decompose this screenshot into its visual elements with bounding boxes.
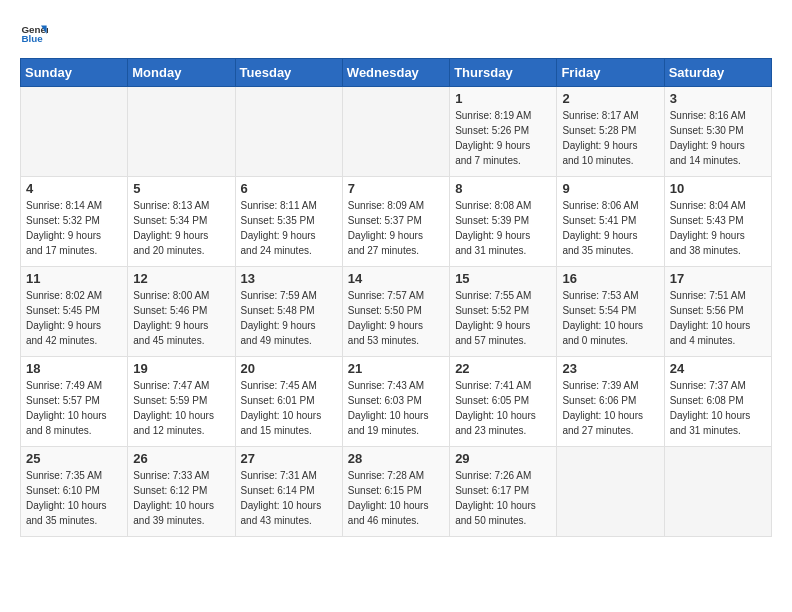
day-number: 7 xyxy=(348,181,444,196)
day-number: 17 xyxy=(670,271,766,286)
calendar-cell: 12Sunrise: 8:00 AM Sunset: 5:46 PM Dayli… xyxy=(128,267,235,357)
calendar-cell: 10Sunrise: 8:04 AM Sunset: 5:43 PM Dayli… xyxy=(664,177,771,267)
day-number: 29 xyxy=(455,451,551,466)
calendar-cell: 24Sunrise: 7:37 AM Sunset: 6:08 PM Dayli… xyxy=(664,357,771,447)
day-number: 26 xyxy=(133,451,229,466)
day-info: Sunrise: 7:55 AM Sunset: 5:52 PM Dayligh… xyxy=(455,288,551,348)
day-number: 24 xyxy=(670,361,766,376)
calendar-cell: 15Sunrise: 7:55 AM Sunset: 5:52 PM Dayli… xyxy=(450,267,557,357)
calendar-cell xyxy=(21,87,128,177)
week-row-5: 25Sunrise: 7:35 AM Sunset: 6:10 PM Dayli… xyxy=(21,447,772,537)
header-cell-wednesday: Wednesday xyxy=(342,59,449,87)
day-info: Sunrise: 7:39 AM Sunset: 6:06 PM Dayligh… xyxy=(562,378,658,438)
day-number: 23 xyxy=(562,361,658,376)
calendar-cell: 13Sunrise: 7:59 AM Sunset: 5:48 PM Dayli… xyxy=(235,267,342,357)
calendar-cell: 20Sunrise: 7:45 AM Sunset: 6:01 PM Dayli… xyxy=(235,357,342,447)
logo-icon: General Blue xyxy=(20,20,48,48)
day-number: 25 xyxy=(26,451,122,466)
calendar-cell: 21Sunrise: 7:43 AM Sunset: 6:03 PM Dayli… xyxy=(342,357,449,447)
day-info: Sunrise: 7:35 AM Sunset: 6:10 PM Dayligh… xyxy=(26,468,122,528)
header-cell-sunday: Sunday xyxy=(21,59,128,87)
header: General Blue xyxy=(20,20,772,48)
day-info: Sunrise: 7:33 AM Sunset: 6:12 PM Dayligh… xyxy=(133,468,229,528)
calendar-cell xyxy=(235,87,342,177)
day-info: Sunrise: 7:45 AM Sunset: 6:01 PM Dayligh… xyxy=(241,378,337,438)
calendar-cell: 19Sunrise: 7:47 AM Sunset: 5:59 PM Dayli… xyxy=(128,357,235,447)
calendar-cell: 8Sunrise: 8:08 AM Sunset: 5:39 PM Daylig… xyxy=(450,177,557,267)
day-info: Sunrise: 8:09 AM Sunset: 5:37 PM Dayligh… xyxy=(348,198,444,258)
calendar-cell: 26Sunrise: 7:33 AM Sunset: 6:12 PM Dayli… xyxy=(128,447,235,537)
calendar-cell: 2Sunrise: 8:17 AM Sunset: 5:28 PM Daylig… xyxy=(557,87,664,177)
day-info: Sunrise: 7:26 AM Sunset: 6:17 PM Dayligh… xyxy=(455,468,551,528)
calendar-cell: 17Sunrise: 7:51 AM Sunset: 5:56 PM Dayli… xyxy=(664,267,771,357)
calendar-cell: 16Sunrise: 7:53 AM Sunset: 5:54 PM Dayli… xyxy=(557,267,664,357)
calendar-cell xyxy=(128,87,235,177)
header-row: SundayMondayTuesdayWednesdayThursdayFrid… xyxy=(21,59,772,87)
calendar-body: 1Sunrise: 8:19 AM Sunset: 5:26 PM Daylig… xyxy=(21,87,772,537)
logo: General Blue xyxy=(20,20,52,48)
day-number: 20 xyxy=(241,361,337,376)
day-number: 21 xyxy=(348,361,444,376)
day-info: Sunrise: 8:17 AM Sunset: 5:28 PM Dayligh… xyxy=(562,108,658,168)
calendar-cell xyxy=(342,87,449,177)
day-info: Sunrise: 8:02 AM Sunset: 5:45 PM Dayligh… xyxy=(26,288,122,348)
day-number: 18 xyxy=(26,361,122,376)
calendar-table: SundayMondayTuesdayWednesdayThursdayFrid… xyxy=(20,58,772,537)
day-info: Sunrise: 8:04 AM Sunset: 5:43 PM Dayligh… xyxy=(670,198,766,258)
week-row-2: 4Sunrise: 8:14 AM Sunset: 5:32 PM Daylig… xyxy=(21,177,772,267)
calendar-cell: 9Sunrise: 8:06 AM Sunset: 5:41 PM Daylig… xyxy=(557,177,664,267)
day-info: Sunrise: 7:43 AM Sunset: 6:03 PM Dayligh… xyxy=(348,378,444,438)
day-number: 2 xyxy=(562,91,658,106)
calendar-cell: 28Sunrise: 7:28 AM Sunset: 6:15 PM Dayli… xyxy=(342,447,449,537)
calendar-cell: 7Sunrise: 8:09 AM Sunset: 5:37 PM Daylig… xyxy=(342,177,449,267)
header-cell-friday: Friday xyxy=(557,59,664,87)
header-cell-saturday: Saturday xyxy=(664,59,771,87)
calendar-cell: 5Sunrise: 8:13 AM Sunset: 5:34 PM Daylig… xyxy=(128,177,235,267)
day-number: 15 xyxy=(455,271,551,286)
header-cell-tuesday: Tuesday xyxy=(235,59,342,87)
day-number: 14 xyxy=(348,271,444,286)
calendar-cell: 1Sunrise: 8:19 AM Sunset: 5:26 PM Daylig… xyxy=(450,87,557,177)
day-info: Sunrise: 8:11 AM Sunset: 5:35 PM Dayligh… xyxy=(241,198,337,258)
day-number: 16 xyxy=(562,271,658,286)
day-number: 10 xyxy=(670,181,766,196)
day-info: Sunrise: 8:08 AM Sunset: 5:39 PM Dayligh… xyxy=(455,198,551,258)
week-row-1: 1Sunrise: 8:19 AM Sunset: 5:26 PM Daylig… xyxy=(21,87,772,177)
calendar-cell: 22Sunrise: 7:41 AM Sunset: 6:05 PM Dayli… xyxy=(450,357,557,447)
day-info: Sunrise: 7:41 AM Sunset: 6:05 PM Dayligh… xyxy=(455,378,551,438)
day-number: 3 xyxy=(670,91,766,106)
calendar-cell: 3Sunrise: 8:16 AM Sunset: 5:30 PM Daylig… xyxy=(664,87,771,177)
calendar-cell: 18Sunrise: 7:49 AM Sunset: 5:57 PM Dayli… xyxy=(21,357,128,447)
day-number: 22 xyxy=(455,361,551,376)
calendar-cell xyxy=(664,447,771,537)
day-number: 1 xyxy=(455,91,551,106)
day-info: Sunrise: 7:28 AM Sunset: 6:15 PM Dayligh… xyxy=(348,468,444,528)
calendar-cell: 4Sunrise: 8:14 AM Sunset: 5:32 PM Daylig… xyxy=(21,177,128,267)
calendar-cell: 6Sunrise: 8:11 AM Sunset: 5:35 PM Daylig… xyxy=(235,177,342,267)
day-number: 19 xyxy=(133,361,229,376)
day-info: Sunrise: 8:06 AM Sunset: 5:41 PM Dayligh… xyxy=(562,198,658,258)
svg-text:Blue: Blue xyxy=(21,33,43,44)
day-number: 13 xyxy=(241,271,337,286)
header-cell-thursday: Thursday xyxy=(450,59,557,87)
week-row-3: 11Sunrise: 8:02 AM Sunset: 5:45 PM Dayli… xyxy=(21,267,772,357)
day-info: Sunrise: 7:51 AM Sunset: 5:56 PM Dayligh… xyxy=(670,288,766,348)
day-info: Sunrise: 8:13 AM Sunset: 5:34 PM Dayligh… xyxy=(133,198,229,258)
day-info: Sunrise: 7:53 AM Sunset: 5:54 PM Dayligh… xyxy=(562,288,658,348)
calendar-cell xyxy=(557,447,664,537)
calendar-cell: 29Sunrise: 7:26 AM Sunset: 6:17 PM Dayli… xyxy=(450,447,557,537)
day-number: 12 xyxy=(133,271,229,286)
day-number: 6 xyxy=(241,181,337,196)
day-number: 5 xyxy=(133,181,229,196)
day-info: Sunrise: 7:31 AM Sunset: 6:14 PM Dayligh… xyxy=(241,468,337,528)
day-info: Sunrise: 7:47 AM Sunset: 5:59 PM Dayligh… xyxy=(133,378,229,438)
calendar-cell: 14Sunrise: 7:57 AM Sunset: 5:50 PM Dayli… xyxy=(342,267,449,357)
day-info: Sunrise: 7:59 AM Sunset: 5:48 PM Dayligh… xyxy=(241,288,337,348)
day-number: 28 xyxy=(348,451,444,466)
calendar-cell: 25Sunrise: 7:35 AM Sunset: 6:10 PM Dayli… xyxy=(21,447,128,537)
calendar-cell: 23Sunrise: 7:39 AM Sunset: 6:06 PM Dayli… xyxy=(557,357,664,447)
calendar-header: SundayMondayTuesdayWednesdayThursdayFrid… xyxy=(21,59,772,87)
day-number: 11 xyxy=(26,271,122,286)
day-number: 9 xyxy=(562,181,658,196)
day-info: Sunrise: 8:19 AM Sunset: 5:26 PM Dayligh… xyxy=(455,108,551,168)
